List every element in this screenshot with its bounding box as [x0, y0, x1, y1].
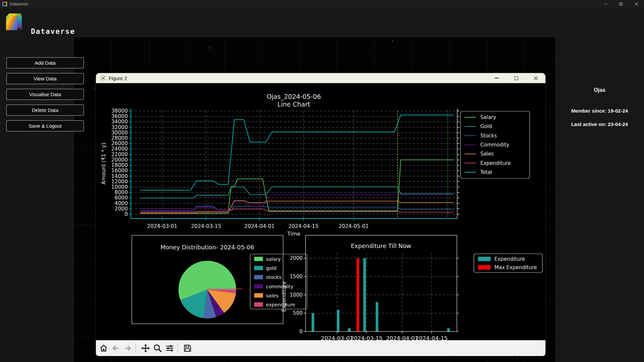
- figure-maximize-button[interactable]: [506, 73, 526, 83]
- x-tick-label: 2024-04-15: [288, 223, 319, 229]
- legend-swatch: [254, 284, 263, 289]
- y-tick-label: 22000: [111, 152, 128, 158]
- y-axis-label: Amount (₹1 * y): [101, 143, 107, 184]
- legend-label: Total: [480, 169, 492, 175]
- figure-titlebar[interactable]: Figure 2: [96, 73, 545, 83]
- x-tick-label: 2024-05-01: [338, 223, 369, 229]
- y-tick-label: 24000: [111, 146, 128, 152]
- member-since-text: Member since: 19-02-24: [555, 108, 644, 114]
- y-tick-label: 0: [299, 328, 303, 335]
- bar-expenditure: [363, 258, 366, 331]
- legend-swatch: [254, 275, 263, 279]
- figure-close-button[interactable]: [526, 73, 545, 83]
- bar-expenditure: [447, 328, 450, 331]
- line-chart-title: Ojas_2024-05-06: [267, 93, 321, 101]
- close-icon: [534, 76, 538, 80]
- view-data-button[interactable]: View Data: [6, 73, 84, 84]
- save-floppy-icon: [183, 344, 192, 353]
- legend-label: Expenditure: [480, 160, 511, 166]
- y-tick-label: 34000: [111, 119, 128, 125]
- home-icon: [99, 344, 108, 353]
- line-chart: 0200040006000800010000120001400016000180…: [101, 93, 460, 237]
- legend-label: Stocks: [480, 133, 497, 139]
- zoom-button[interactable]: [153, 343, 163, 354]
- figure-canvas[interactable]: 0200040006000800010000120001400016000180…: [96, 83, 545, 340]
- y-tick-label: 8000: [115, 189, 128, 195]
- legend-label: Max Expenditure: [494, 264, 537, 270]
- legend-label: Expenditure: [494, 256, 525, 262]
- bar-expenditure: [312, 313, 314, 331]
- y-tick-label: 10000: [111, 184, 128, 190]
- line-chart-legend: SalaryGoldStocksCommoditySalesExpenditur…: [461, 111, 530, 178]
- legend-swatch: [254, 302, 263, 307]
- y-tick-label: 36000: [111, 113, 128, 119]
- y-tick-label: 16000: [111, 168, 128, 174]
- y-tick-label: 12000: [111, 179, 128, 185]
- legend-label: Salary: [480, 114, 496, 120]
- legend-swatch: [478, 257, 491, 261]
- app-icon: [2, 2, 7, 6]
- sliders-icon: [165, 344, 174, 353]
- pan-button[interactable]: [141, 343, 151, 354]
- forward-button[interactable]: [123, 343, 133, 354]
- delete-data-button[interactable]: Delete Data: [6, 105, 84, 116]
- app-titlebar-title: Dataverse: [10, 2, 28, 6]
- legend-label: commodity: [266, 284, 293, 289]
- figure-minimize-button[interactable]: [487, 73, 506, 83]
- y-tick-label: 30000: [111, 130, 128, 136]
- x-tick-label: 2024-04-01: [386, 335, 418, 340]
- maximize-icon: [515, 76, 518, 80]
- bar-expenditure: [348, 328, 351, 331]
- y-tick-label: 2000: [115, 206, 128, 212]
- legend-label: stocks: [266, 275, 281, 280]
- pan-icon: [141, 344, 150, 353]
- app-titlebar: Dataverse: [0, 0, 644, 8]
- app-restore-button[interactable]: [613, 0, 629, 8]
- bar-expenditure: [376, 302, 378, 331]
- user-panel: Ojas Member since: 19-02-24 Last active …: [555, 37, 644, 362]
- home-button[interactable]: [99, 343, 109, 354]
- toolbar-separator: [177, 344, 178, 353]
- series-line-total: [140, 115, 454, 190]
- legend-label: Gold: [480, 123, 492, 129]
- legend-label: gold: [266, 265, 276, 271]
- figure-window: Figure 2 0200040006000800010000120001400…: [96, 73, 545, 356]
- minimize-icon: [495, 78, 499, 78]
- y-tick-label: 20000: [111, 157, 128, 163]
- back-button[interactable]: [111, 343, 121, 354]
- y-tick-label: 32000: [111, 124, 128, 130]
- legend-label: sales: [266, 293, 278, 298]
- toolbar-separator: [136, 344, 136, 353]
- dataverse-cube-logo: [6, 13, 23, 32]
- stars-layer-bright: [74, 37, 74, 38]
- close-icon: [634, 2, 638, 6]
- app-minimize-button[interactable]: [598, 0, 613, 8]
- legend-label: salary: [266, 256, 281, 262]
- pie-chart: Money Distribution- 2024-05-06: [132, 235, 283, 324]
- legend-swatch: [254, 266, 263, 270]
- y-tick-label: 0: [124, 211, 128, 217]
- save-button[interactable]: [182, 343, 193, 354]
- x-tick-label: 2024-03-01: [321, 335, 353, 340]
- figure-title: Figure 2: [109, 75, 127, 81]
- figure-toolbar: [96, 340, 545, 356]
- pie-title: Money Distribution- 2024-05-06: [160, 244, 254, 251]
- y-tick-label: 38000: [111, 108, 128, 114]
- legend-label: Sales: [480, 151, 494, 157]
- bar-frame: [306, 235, 457, 331]
- add-data-button[interactable]: Add Data: [6, 57, 84, 68]
- x-tick-label: 2024-03-15: [351, 335, 383, 340]
- save-logout-button[interactable]: Save & Logout: [6, 120, 84, 131]
- y-tick-label: 1500: [290, 274, 303, 280]
- y-tick-label: 14000: [111, 173, 128, 179]
- app-close-button[interactable]: [629, 0, 644, 8]
- bar-legend: ExpenditureMax Expenditure: [474, 254, 542, 273]
- visualise-data-button[interactable]: Visualise Data: [6, 89, 84, 100]
- bar-y-axis-label: Expenditure: [281, 281, 287, 312]
- y-tick-label: 18000: [111, 162, 128, 168]
- line-chart-subtitle: Line Chart: [277, 101, 310, 108]
- x-axis-label: Time: [287, 231, 300, 237]
- app-header: Dataverse: [0, 8, 644, 37]
- username: Ojas: [555, 87, 644, 93]
- configure-subplots-button[interactable]: [165, 343, 175, 354]
